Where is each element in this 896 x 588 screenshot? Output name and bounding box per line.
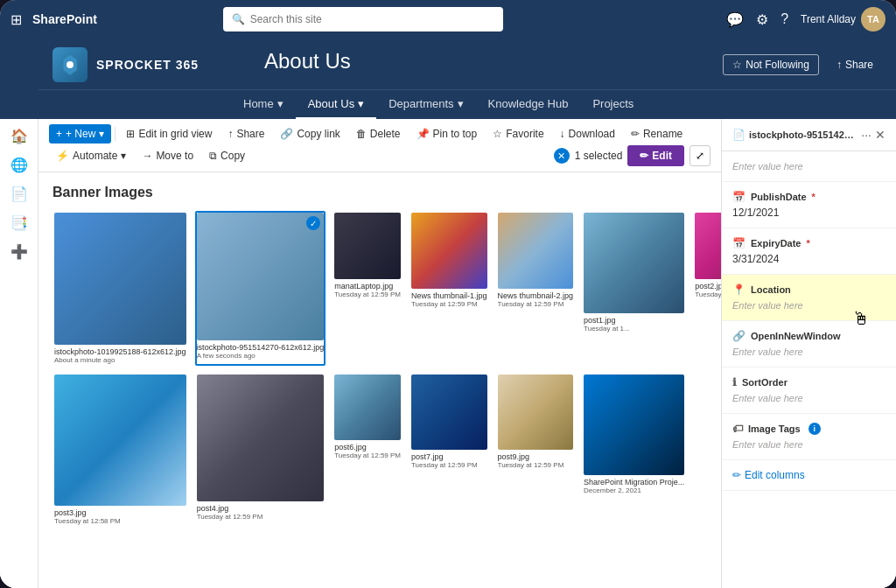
rename-button[interactable]: ✏ Rename bbox=[624, 124, 690, 144]
expand-icon: ⤢ bbox=[696, 150, 704, 162]
location-icon: 📍 bbox=[732, 284, 746, 296]
svg-point-1 bbox=[66, 61, 74, 68]
search-icon: 🔍 bbox=[232, 13, 245, 25]
location-label: 📍 Location bbox=[732, 284, 886, 296]
copy-link-button[interactable]: 🔗 Copy link bbox=[273, 124, 346, 144]
link-field-icon: 🔗 bbox=[732, 330, 746, 342]
search-bar[interactable]: 🔍 bbox=[223, 7, 503, 32]
panel-section-top: Enter value here bbox=[722, 151, 896, 182]
publishdate-value[interactable]: 12/1/2021 bbox=[732, 206, 886, 219]
brand-logo-icon bbox=[52, 47, 88, 82]
nav-item-home[interactable]: Home ▾ bbox=[231, 90, 296, 119]
copy-button[interactable]: ⧉ Copy bbox=[202, 146, 252, 165]
list-item[interactable]: post1.jpg Tuesday at 1... bbox=[582, 211, 686, 366]
imagetags-label: 🏷 Image Tags i bbox=[732, 423, 886, 435]
chat-icon[interactable]: 💬 bbox=[726, 11, 744, 28]
panel-section-location: 📍 Location Enter value here 🖱 bbox=[722, 275, 896, 321]
nav-item-knowledge[interactable]: Knowledge Hub bbox=[476, 90, 581, 119]
panel-file-icon: 📄 bbox=[732, 129, 746, 141]
list-item[interactable]: post4.jpg Tuesday at 12:59 PM bbox=[195, 373, 326, 528]
edit-button[interactable]: ✏ Edit bbox=[627, 145, 684, 166]
library-content: Banner Images istockphoto-1019925188-612… bbox=[38, 172, 721, 588]
panel-more-button[interactable]: ··· bbox=[861, 128, 872, 142]
publishdate-label: 📅 PublishDate * bbox=[732, 191, 886, 203]
calendar-icon-publish: 📅 bbox=[732, 191, 746, 203]
add-sidebar-icon[interactable]: ➕ bbox=[10, 243, 28, 260]
required-star-publish: * bbox=[812, 192, 816, 202]
toolbar: + + New ▾ ⊞ Edit in grid view ↑ Share � bbox=[38, 119, 721, 172]
panel-section-openinnewwindow: 🔗 OpenInNewWindow Enter value here bbox=[722, 321, 896, 368]
list-item[interactable]: post2.jpg Tuesday at 12:59 PM bbox=[693, 211, 721, 366]
favorite-button[interactable]: ☆ Favorite bbox=[486, 124, 550, 144]
site-navigation: Home ▾ About Us ▾ Departments ▾ Knowledg… bbox=[38, 89, 896, 119]
page-title-area: About Us bbox=[238, 49, 712, 80]
avatar: TA bbox=[861, 7, 886, 32]
search-input[interactable] bbox=[250, 13, 494, 25]
library-title: Banner Images bbox=[52, 185, 707, 200]
pin-button[interactable]: 📌 Pin to top bbox=[410, 124, 485, 144]
list-item[interactable]: News thumbnail-2.jpg Tuesday at 12:59 PM bbox=[496, 211, 576, 366]
list-item[interactable]: ✓ istockphoto-951514270-612x612.jpg A fe… bbox=[195, 211, 326, 366]
page-title: About Us bbox=[264, 49, 712, 74]
waffle-icon[interactable]: ⊞ bbox=[10, 11, 22, 28]
panel-section-expirydate: 📅 ExpiryDate * 3/31/2024 bbox=[722, 228, 896, 275]
list-item[interactable]: manatLaptop.jpg Tuesday at 12:59 PM bbox=[332, 211, 402, 366]
automate-button[interactable]: ⚡ Automate ▾ bbox=[49, 146, 133, 165]
edit-columns-button[interactable]: ✏ Edit columns bbox=[732, 469, 805, 481]
screen: ⊞ SharePoint 🔍 💬 ⚙ ? Trent Allday TA bbox=[0, 0, 896, 588]
panel-section-sortorder: ℹ SortOrder Enter value here bbox=[722, 368, 896, 414]
share-label: Share bbox=[845, 59, 873, 71]
list-item[interactable]: SharePoint Migration Proje... December 2… bbox=[582, 373, 686, 528]
list-item[interactable]: post3.jpg Tuesday at 12:58 PM bbox=[52, 373, 188, 528]
edit-columns-icon: ✏ bbox=[732, 469, 741, 481]
list-item[interactable]: istockphoto-1019925188-612x612.jpg About… bbox=[52, 211, 188, 366]
not-following-button[interactable]: ☆ Not Following bbox=[723, 54, 819, 75]
help-icon[interactable]: ? bbox=[780, 11, 788, 27]
list-item[interactable]: News thumbnail-1.jpg Tuesday at 12:59 PM bbox=[410, 211, 489, 366]
user-menu[interactable]: Trent Allday TA bbox=[801, 7, 886, 32]
mouse-cursor: 🖱 bbox=[852, 309, 870, 329]
star-icon: ☆ bbox=[732, 59, 742, 71]
home-sidebar-icon[interactable]: 🏠 bbox=[10, 128, 28, 144]
share-icon: ↑ bbox=[836, 59, 842, 71]
sortorder-placeholder[interactable]: Enter value here bbox=[732, 393, 803, 403]
new-button[interactable]: + + New ▾ bbox=[49, 124, 111, 144]
openinnewwindow-label: 🔗 OpenInNewWindow bbox=[732, 330, 886, 342]
edit-grid-button[interactable]: ⊞ Edit in grid view bbox=[119, 124, 219, 144]
location-placeholder[interactable]: Enter value here bbox=[732, 300, 803, 311]
selected-info: ✕ 1 selected bbox=[554, 148, 623, 164]
openinnewwindow-placeholder[interactable]: Enter value here bbox=[732, 346, 803, 357]
list-item[interactable]: post6.jpg Tuesday at 12:59 PM bbox=[332, 373, 402, 528]
share-toolbar-button[interactable]: ↑ Share bbox=[220, 124, 271, 144]
panel-close-button[interactable]: ✕ bbox=[875, 128, 886, 142]
nav-item-departments[interactable]: Departments ▾ bbox=[376, 90, 475, 119]
expand-button[interactable]: ⤢ bbox=[690, 145, 710, 166]
doc-sidebar-icon[interactable]: 📄 bbox=[10, 186, 28, 202]
download-button[interactable]: ↓ Download bbox=[553, 124, 622, 144]
list-item[interactable]: post7.jpg Tuesday at 12:59 PM bbox=[410, 373, 489, 528]
grid-icon: ⊞ bbox=[126, 128, 135, 140]
settings-icon[interactable]: ⚙ bbox=[756, 11, 768, 28]
link-icon: 🔗 bbox=[280, 128, 293, 140]
selected-count: ✕ bbox=[554, 148, 570, 164]
user-name: Trent Allday bbox=[801, 13, 856, 25]
rename-icon: ✏ bbox=[631, 128, 640, 140]
imagetags-placeholder[interactable]: Enter value here bbox=[732, 439, 803, 450]
list-item[interactable]: post9.jpg Tuesday at 12:59 PM bbox=[496, 373, 576, 528]
share-button[interactable]: ↑ Share bbox=[828, 55, 882, 74]
delete-button[interactable]: 🗑 Delete bbox=[349, 124, 408, 144]
nav-item-projects[interactable]: Projects bbox=[580, 90, 646, 119]
expirydate-label: 📅 ExpiryDate * bbox=[732, 237, 886, 249]
nav-item-about[interactable]: About Us ▾ bbox=[296, 90, 376, 119]
panel-file-name: istockphoto-951514270-6... bbox=[749, 130, 858, 140]
download-icon: ↓ bbox=[560, 128, 565, 140]
sharepoint-logo: SharePoint bbox=[32, 12, 97, 26]
globe-sidebar-icon[interactable]: 🌐 bbox=[10, 157, 28, 173]
top-navigation: ⊞ SharePoint 🔍 💬 ⚙ ? Trent Allday TA bbox=[0, 0, 896, 38]
move-to-button[interactable]: → Move to bbox=[135, 146, 200, 165]
calendar-icon-expiry: 📅 bbox=[732, 237, 746, 249]
page-sidebar-icon[interactable]: 📑 bbox=[10, 214, 28, 231]
automate-icon: ⚡ bbox=[56, 150, 69, 162]
expirydate-value[interactable]: 3/31/2024 bbox=[732, 253, 886, 265]
image-grid: istockphoto-1019925188-612x612.jpg About… bbox=[52, 211, 707, 527]
